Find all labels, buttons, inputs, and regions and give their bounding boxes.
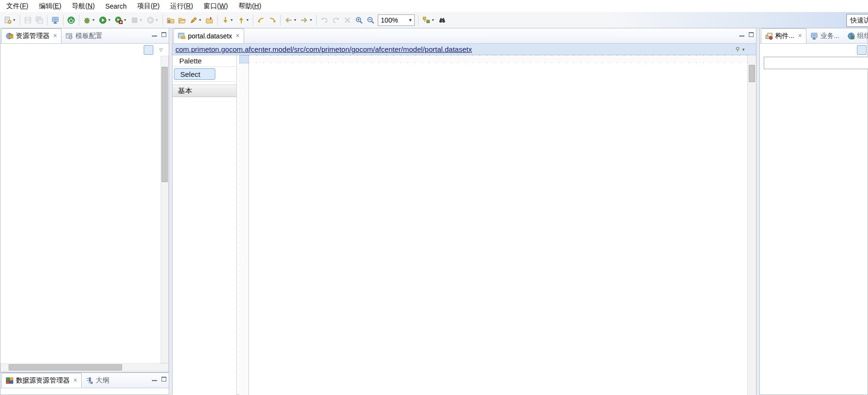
zoom-in-button[interactable] xyxy=(354,14,364,26)
minimize-icon[interactable] xyxy=(152,32,157,37)
dataset-icon xyxy=(178,32,186,40)
component-search-input[interactable] xyxy=(764,57,868,69)
component-tree xyxy=(761,74,868,391)
quick-access-button[interactable]: 快速访问 xyxy=(846,14,868,27)
editor-vscrollbar[interactable] xyxy=(747,55,756,395)
show-folders-button[interactable] xyxy=(857,45,867,55)
last-edit-location-icon xyxy=(257,16,265,24)
maximize-icon[interactable] xyxy=(161,32,166,37)
annotation-prev-button[interactable]: ▼ xyxy=(236,14,251,26)
deploy-button[interactable]: ▼ xyxy=(188,14,203,26)
chevron-down-icon: ▼ xyxy=(293,18,297,22)
minimize-icon[interactable] xyxy=(152,377,157,381)
stop-button[interactable]: ▼ xyxy=(129,14,144,26)
explorer-tab-资源管理器[interactable]: 资源管理器✕ xyxy=(1,28,62,43)
save-icon xyxy=(24,16,32,24)
pin-editor-icon[interactable]: ⚲ xyxy=(735,46,739,52)
run-secure-icon xyxy=(115,16,123,24)
editor-tab-portaldatasetx[interactable]: portal.datasetx✕ xyxy=(174,28,244,43)
run-button[interactable]: ▼ xyxy=(98,14,112,26)
palette-header[interactable]: Palette xyxy=(173,55,236,67)
datasource-tab-数据源资源管理器[interactable]: 数据源资源管理器✕ xyxy=(1,373,82,388)
scrollbar-thumb[interactable] xyxy=(9,364,122,370)
view-menu-button[interactable]: ▽ xyxy=(156,45,166,55)
back-button[interactable]: ▼ xyxy=(283,14,298,26)
forward-button[interactable]: ▼ xyxy=(299,14,314,26)
select-tool-label: Select xyxy=(180,70,200,78)
collapse-all-button[interactable] xyxy=(131,45,141,55)
import-resource-button[interactable] xyxy=(845,45,855,55)
redo-button[interactable] xyxy=(331,14,341,26)
run-secure-button[interactable]: ▼ xyxy=(113,14,128,26)
next-edit-location-button[interactable] xyxy=(267,14,278,26)
chevron-down-icon[interactable]: ▾ xyxy=(742,47,744,52)
import-button[interactable] xyxy=(165,14,176,26)
zoom-level-input[interactable] xyxy=(378,15,405,25)
menu-帮助[interactable]: 帮助(H) xyxy=(233,0,266,12)
last-edit-location-button[interactable] xyxy=(256,14,266,26)
export-button[interactable] xyxy=(177,14,187,26)
right-tab-业务[interactable]: 业务... xyxy=(806,28,843,43)
zoom-level-combo[interactable]: ▼ xyxy=(378,14,415,26)
right-tab-构件[interactable]: 构件...✕ xyxy=(761,28,806,43)
drawer-label: 基本 xyxy=(178,86,192,96)
chevron-down-icon: ▼ xyxy=(108,18,111,22)
resources-icon xyxy=(6,32,13,40)
close-icon[interactable]: ✕ xyxy=(798,33,802,39)
debug-button[interactable]: ▼ xyxy=(82,14,97,26)
diagram-canvas[interactable] xyxy=(249,63,748,395)
menu-窗口[interactable]: 窗口(W) xyxy=(198,0,234,12)
scroll-up-icon[interactable] xyxy=(161,56,168,64)
explorer-hscrollbar[interactable] xyxy=(0,363,169,371)
annotation-next-button[interactable]: ▼ xyxy=(220,14,235,26)
scrollbar-thumb[interactable] xyxy=(749,65,755,82)
scroll-up-icon[interactable] xyxy=(748,56,756,64)
menu-运行[interactable]: 运行(R) xyxy=(165,0,198,12)
menu-项目[interactable]: 项目(P) xyxy=(132,0,165,12)
scrollbar-thumb[interactable] xyxy=(161,67,168,182)
menu-编辑[interactable]: 编辑(E) xyxy=(34,0,67,12)
debug-icon xyxy=(83,16,91,24)
layout-button[interactable]: ▼ xyxy=(421,14,436,26)
close-icon[interactable]: ✕ xyxy=(236,33,240,39)
find-button[interactable] xyxy=(437,14,447,26)
scroll-left-icon[interactable] xyxy=(1,364,8,371)
maximize-icon[interactable] xyxy=(749,32,754,37)
close-icon[interactable]: ✕ xyxy=(73,377,77,383)
scroll-down-icon[interactable] xyxy=(161,355,168,363)
outline-icon xyxy=(86,377,93,384)
close-icon[interactable]: ✕ xyxy=(53,33,57,39)
delete-button[interactable] xyxy=(342,14,353,26)
minimize-icon[interactable] xyxy=(739,32,744,37)
menu-文件[interactable]: 文件(F) xyxy=(1,0,34,12)
chevron-down-icon: ▽ xyxy=(160,48,163,52)
datasource-tab-大纲[interactable]: 大纲 xyxy=(82,373,113,388)
chevron-down-icon[interactable]: ▼ xyxy=(406,18,414,23)
save-all-button[interactable] xyxy=(34,14,45,26)
save-button[interactable] xyxy=(23,14,33,26)
maximize-icon[interactable] xyxy=(161,377,166,382)
publish-button[interactable] xyxy=(204,14,215,26)
tab-label: 数据源资源管理器 xyxy=(16,376,70,385)
chevron-down-icon: ▼ xyxy=(155,18,159,22)
menu-导航[interactable]: 导航(N) xyxy=(67,0,100,12)
explorer-vscrollbar[interactable] xyxy=(161,56,169,363)
link-with-editor-button[interactable] xyxy=(144,45,153,55)
toolbar-separator xyxy=(316,15,317,25)
undo-icon xyxy=(321,16,328,24)
menu-Search[interactable]: Search xyxy=(100,1,132,12)
toolbar-separator xyxy=(253,15,253,25)
breadcrumb-link[interactable]: com.primeton.gocom.afcenter.model/src/co… xyxy=(175,45,472,53)
open-console-button[interactable] xyxy=(50,14,61,26)
scroll-right-icon[interactable] xyxy=(161,364,168,371)
relaunch-button[interactable]: ▼ xyxy=(145,14,160,26)
explorer-tab-模板配置[interactable]: 模板配置 xyxy=(62,28,106,43)
zoom-out-button[interactable] xyxy=(365,14,376,26)
datasource-explorer-panel: 数据源资源管理器✕大纲 xyxy=(0,372,169,395)
right-tab-组织[interactable]: 组织... xyxy=(843,28,868,43)
palette-select-tool[interactable]: Select xyxy=(174,68,215,80)
undo-button[interactable] xyxy=(319,14,330,26)
new-wizard-button[interactable]: ▼ xyxy=(2,14,17,26)
palette-drawer-basic[interactable]: 基本 xyxy=(173,85,236,97)
server-start-button[interactable] xyxy=(66,14,76,26)
